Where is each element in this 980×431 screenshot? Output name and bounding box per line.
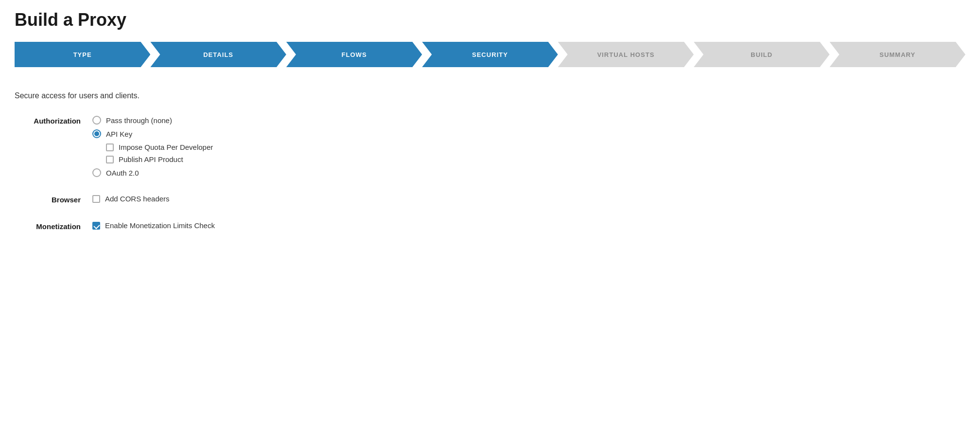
- cors-checkbox[interactable]: [92, 195, 100, 203]
- step-details[interactable]: DETAILS: [150, 42, 286, 67]
- publish-api-option[interactable]: Publish API Product: [106, 155, 213, 163]
- monetization-group: Monetization Enable Monetization Limits …: [15, 221, 965, 231]
- step-summary[interactable]: SUMMARY: [830, 42, 965, 67]
- section-description: Secure access for users and clients.: [15, 91, 965, 100]
- browser-label: Browser: [15, 195, 92, 204]
- impose-quota-checkbox[interactable]: [106, 144, 114, 151]
- oauth2-radio[interactable]: [92, 168, 101, 177]
- enable-monetization-label: Enable Monetization Limits Check: [105, 221, 215, 230]
- pass-through-label: Pass through (none): [106, 116, 172, 125]
- stepper: TYPE DETAILS FLOWS SECURITY VIRTUAL HOST…: [15, 42, 965, 67]
- api-key-option[interactable]: API Key: [92, 129, 213, 138]
- enable-monetization-checkbox[interactable]: [92, 222, 100, 230]
- pass-through-option[interactable]: Pass through (none): [92, 116, 213, 125]
- authorization-controls: Pass through (none) API Key Impose Quota…: [92, 116, 213, 177]
- enable-monetization-option[interactable]: Enable Monetization Limits Check: [92, 221, 215, 230]
- api-key-sub-options: Impose Quota Per Developer Publish API P…: [92, 143, 213, 163]
- impose-quota-option[interactable]: Impose Quota Per Developer: [106, 143, 213, 151]
- page-title: Build a Proxy: [15, 10, 965, 30]
- pass-through-radio[interactable]: [92, 116, 101, 125]
- oauth2-option[interactable]: OAuth 2.0: [92, 168, 213, 177]
- publish-api-checkbox[interactable]: [106, 156, 114, 163]
- browser-group: Browser Add CORS headers: [15, 195, 965, 204]
- authorization-label: Authorization: [15, 116, 92, 125]
- step-security[interactable]: SECURITY: [422, 42, 558, 67]
- oauth2-label: OAuth 2.0: [106, 169, 139, 177]
- step-flows[interactable]: FLOWS: [286, 42, 422, 67]
- step-virtual-hosts[interactable]: VIRTUAL HOSTS: [558, 42, 694, 67]
- cors-label: Add CORS headers: [105, 195, 170, 203]
- content-area: Secure access for users and clients. Aut…: [15, 87, 965, 253]
- step-type[interactable]: TYPE: [15, 42, 150, 67]
- api-key-label: API Key: [106, 130, 132, 138]
- publish-api-label: Publish API Product: [119, 155, 183, 163]
- monetization-controls: Enable Monetization Limits Check: [92, 221, 215, 230]
- impose-quota-label: Impose Quota Per Developer: [119, 143, 213, 151]
- api-key-radio[interactable]: [92, 129, 101, 138]
- monetization-label: Monetization: [15, 221, 92, 231]
- step-build[interactable]: BUILD: [694, 42, 829, 67]
- cors-option[interactable]: Add CORS headers: [92, 195, 170, 203]
- authorization-group: Authorization Pass through (none) API Ke…: [15, 116, 965, 177]
- browser-controls: Add CORS headers: [92, 195, 170, 203]
